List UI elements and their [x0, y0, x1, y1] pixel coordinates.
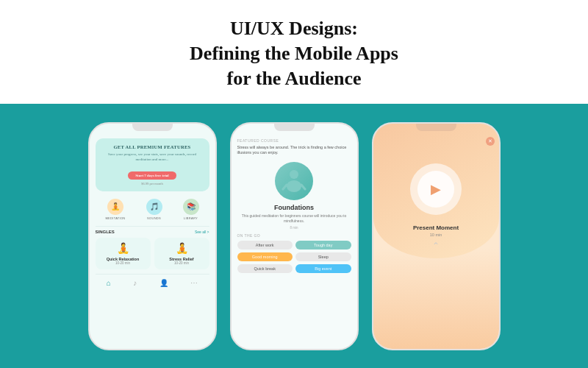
home-icon[interactable]: ⌂: [107, 279, 111, 287]
search-icon[interactable]: ♪: [133, 279, 137, 287]
phone2-content: FEATURED COURSE Stress will always be ar…: [232, 135, 357, 276]
more-icon[interactable]: ⋯: [190, 279, 198, 287]
tag-big-event[interactable]: Big event: [295, 264, 351, 273]
play-outer-circle: ▶: [410, 163, 462, 215]
phone-mockup-1: GET ALL PREMIUM FEATURES Save your progr…: [88, 122, 217, 350]
tag-quick-break[interactable]: Quick break: [237, 264, 293, 273]
title-line3: for the Audience: [227, 68, 362, 89]
meditation-icon: 🧘: [107, 199, 123, 215]
title-line2: Defining the Mobile Apps: [190, 43, 398, 64]
svg-line-3: [301, 185, 305, 189]
phone-mockup-3: ✕ ▶ Present Moment 10 min ⌃: [372, 122, 501, 350]
phone-mockup-2: FEATURED COURSE Stress will always be ar…: [230, 122, 359, 350]
course-title: Foundations: [237, 204, 351, 211]
nav-icons-row: 🧘 MEDITATION 🎵 SOUNDS 📚 LIBRARY: [96, 196, 209, 224]
sounds-icon: 🎵: [146, 199, 162, 215]
play-button-container: ▶: [373, 149, 499, 215]
stress-card[interactable]: 🧘 Stress Relief 10-20 min: [154, 238, 209, 269]
track-duration: 10 min: [373, 233, 499, 237]
meditation-figure: [280, 167, 308, 195]
sounds-nav[interactable]: 🎵 SOUNDS: [146, 199, 162, 220]
stress-duration: 10-20 min: [157, 261, 207, 265]
relaxation-card[interactable]: 🧘 Quick Relaxation 10-20 min: [96, 238, 151, 269]
svg-line-2: [283, 185, 287, 189]
sounds-label: SOUNDS: [147, 216, 161, 220]
tag-tough-day[interactable]: Tough day: [295, 241, 351, 250]
singles-header: SINGLES See all >: [96, 230, 209, 234]
bottom-nav: ⌂ ♪ 👤 ⋯: [96, 274, 209, 290]
avatar-container: [237, 162, 351, 200]
premium-card: GET ALL PREMIUM FEATURES Save your progr…: [96, 138, 209, 191]
phone3-top-bar: ✕: [373, 135, 499, 149]
phone2-notch: [274, 124, 315, 131]
phone1-content: GET ALL PREMIUM FEATURES Save your progr…: [90, 135, 215, 293]
relaxation-duration: 10-20 min: [98, 261, 148, 265]
course-duration: 8 min: [237, 226, 351, 230]
meditation-label: MEDITATION: [105, 216, 125, 220]
library-nav[interactable]: 📚 LIBRARY: [183, 199, 199, 220]
premium-title: GET ALL PREMIUM FEATURES: [103, 144, 202, 149]
page-title: UI/UX Designs: Defining the Mobile Apps …: [15, 16, 573, 91]
singles-cards: 🧘 Quick Relaxation 10-20 min 🧘 Stress Re…: [96, 238, 209, 269]
header: UI/UX Designs: Defining the Mobile Apps …: [0, 0, 588, 104]
singles-title: SINGLES: [96, 230, 115, 234]
tag-sleep[interactable]: Sleep: [295, 252, 351, 261]
close-button[interactable]: ✕: [486, 137, 495, 146]
featured-label: FEATURED COURSE: [237, 138, 351, 143]
stress-icon: 🧘: [157, 242, 207, 255]
phone3-track-info: Present Moment 10 min ⌃: [373, 224, 499, 252]
track-title: Present Moment: [373, 224, 499, 231]
tag-good-morning[interactable]: Good morning: [237, 252, 293, 261]
svg-point-1: [287, 180, 301, 192]
main-container: UI/UX Designs: Defining the Mobile Apps …: [0, 0, 588, 368]
tags-grid: After work Tough day Good morning Sleep …: [237, 241, 351, 273]
svg-point-0: [290, 170, 298, 179]
course-desc: This guided meditation for beginners cou…: [237, 213, 351, 224]
title-line1: UI/UX Designs:: [230, 18, 358, 39]
course-avatar: [275, 162, 313, 200]
meditation-nav[interactable]: 🧘 MEDITATION: [105, 199, 125, 220]
divider: [96, 226, 209, 227]
tag-after-work[interactable]: After work: [237, 241, 293, 250]
trial-button[interactable]: Start 7 days free trial: [128, 171, 176, 180]
profile-icon[interactable]: 👤: [159, 279, 168, 287]
price-label: $6.99 per month: [103, 182, 202, 185]
featured-text: Stress will always be around. The trick …: [237, 145, 351, 156]
phones-section: GET ALL PREMIUM FEATURES Save your progr…: [0, 104, 588, 368]
chevron-up-icon[interactable]: ⌃: [373, 241, 499, 252]
play-button[interactable]: ▶: [417, 171, 454, 208]
relaxation-icon: 🧘: [98, 242, 148, 255]
phone3-content: ✕ ▶ Present Moment 10 min ⌃: [373, 124, 499, 274]
premium-text: Save your progress, see your stats, save…: [103, 152, 202, 162]
library-icon: 📚: [183, 199, 199, 215]
phone1-notch: [132, 124, 173, 131]
see-all-link[interactable]: See all >: [195, 230, 209, 234]
on-the-go-label: ON THE GO: [237, 233, 351, 238]
phone3-notch: [416, 124, 456, 131]
library-label: LIBRARY: [184, 216, 198, 220]
